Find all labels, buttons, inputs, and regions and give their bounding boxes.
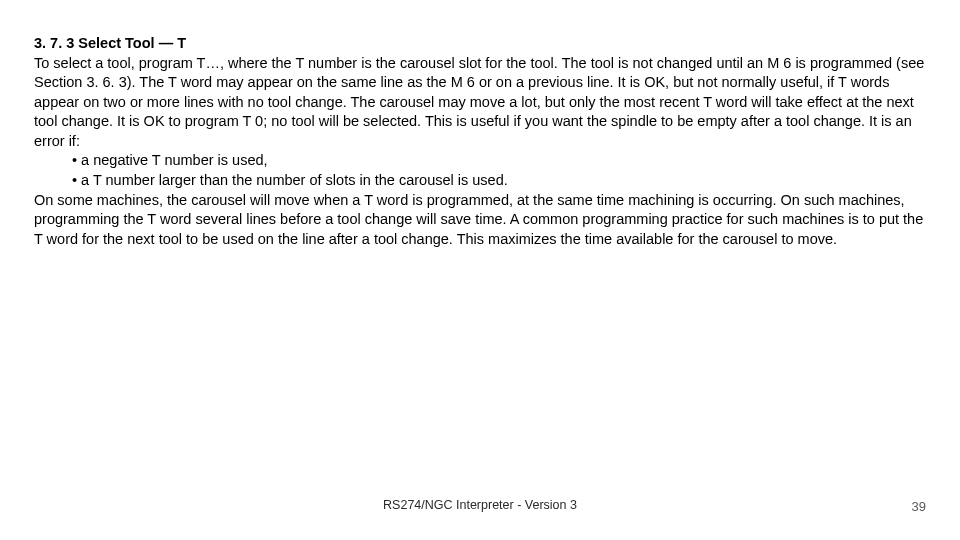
page-body: 3. 7. 3 Select Tool — T To select a tool… [0, 0, 960, 249]
list-item: • a negative T number is used, [72, 151, 926, 171]
footer-title: RS274/NGC Interpreter - Version 3 [0, 497, 960, 514]
page-number: 39 [912, 498, 926, 516]
section-heading: 3. 7. 3 Select Tool — T [34, 34, 926, 54]
bullet-list: • a negative T number is used, • a T num… [34, 151, 926, 190]
paragraph-2: On some machines, the carousel will move… [34, 191, 926, 250]
paragraph-1: To select a tool, program T…, where the … [34, 54, 926, 152]
list-item: • a T number larger than the number of s… [72, 171, 926, 191]
